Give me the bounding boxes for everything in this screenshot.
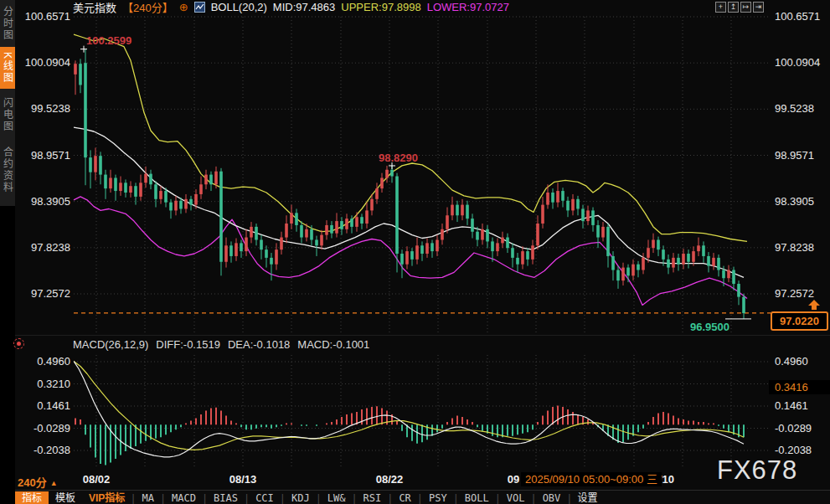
- toolbar-item-15[interactable]: OBV: [535, 491, 569, 504]
- price-axis-label-left: 97.8238: [20, 241, 70, 254]
- price-axis-label-left: 97.2572: [20, 287, 70, 300]
- macd-axis-label-right: 0.4960: [775, 355, 828, 368]
- toolbar-item-2[interactable]: 模板: [49, 491, 82, 504]
- period-label: 240分: [18, 476, 47, 489]
- chevron-up-icon: ▲: [50, 479, 58, 487]
- macd-axis-label-right: -0.2038: [775, 444, 828, 456]
- price-axis-label-right: 97.2572: [775, 287, 828, 300]
- high-price-annotation: 100.2599: [86, 34, 131, 47]
- macd-axis-label-left: 0.4960: [20, 355, 70, 368]
- price-axis-label-right: 100.0904: [775, 56, 828, 69]
- indicator-name: BOLL(20,2): [211, 1, 267, 13]
- sidebar-tab-2[interactable]: K线图: [0, 47, 15, 89]
- swing-high-annotation: 98.8290: [379, 152, 418, 164]
- toolbar-item-13[interactable]: BOLL: [457, 491, 497, 504]
- macd-axis-label-left: 0.3210: [20, 378, 70, 390]
- price-axis-label-right: 97.8238: [775, 241, 828, 254]
- chart-tool-icons: +↥↦⇥: [715, 2, 764, 13]
- zoom-horizontal-icon[interactable]: ↦: [740, 2, 751, 13]
- price-axis-label-left: 99.5238: [20, 102, 70, 115]
- sidebar-tab-3[interactable]: 闪电图: [0, 92, 15, 137]
- low-price-annotation: 96.9500: [690, 321, 729, 333]
- chart-header: 美元指数 【240分】 ⊕ BOLL(20,2) MID:97.4863 UPP…: [73, 0, 509, 14]
- price-axis-label-left: 98.9571: [20, 149, 70, 162]
- price-axis-label-left: 100.0904: [20, 56, 70, 69]
- period-selector[interactable]: 240分▲: [18, 474, 58, 490]
- crosshair-time-tooltip: 2025/09/10 05:00~09:00 三: [521, 472, 662, 486]
- toolbar-item-4[interactable]: MA: [135, 491, 162, 504]
- target-dot-icon: [17, 342, 21, 346]
- macd-dea-value: DEA:-0.1018: [228, 338, 290, 351]
- toolbar-item-3[interactable]: VIP指标: [82, 491, 131, 504]
- price-axis-label-left: 100.6571: [20, 10, 70, 23]
- boll-upper-value: UPPER:97.8998: [341, 1, 420, 13]
- toolbar-item-8[interactable]: KDJ: [284, 491, 317, 504]
- boll-lower-value: LOWER:97.0727: [427, 1, 509, 13]
- macd-diff-value: DIFF:-0.1519: [156, 338, 220, 351]
- macd-value-badge: 0.3416: [769, 380, 830, 394]
- sidebar: 分时图K线图闪电图合约资料: [0, 0, 15, 504]
- macd-axis-label-left: -0.0289: [20, 422, 70, 435]
- macd-axis-label-left: -0.2038: [20, 444, 70, 456]
- indicator-toolbar: 指标模板VIP指标|MA|MACD|BIAS|CCI|KDJ|LW&|RSI|C…: [15, 490, 830, 504]
- toolbar-item-6[interactable]: BIAS: [206, 491, 245, 504]
- x-axis-label: 08/02: [71, 473, 121, 486]
- chart-type-icon[interactable]: [194, 2, 205, 13]
- macd-header: MACD(26,12,9) DIFF:-0.1519 DEA:-0.1018 M…: [73, 338, 369, 351]
- x-axis-label: 08/22: [364, 473, 415, 486]
- toolbar-item-16[interactable]: 设置: [570, 491, 604, 504]
- macd-axis-label-right: -0.0289: [775, 422, 828, 435]
- macd-axis-label-right: 0.1461: [775, 399, 828, 412]
- x-axis-label: 08/13: [218, 473, 268, 486]
- toolbar-item-9[interactable]: LW&: [320, 491, 353, 504]
- pan-icon[interactable]: +: [715, 2, 726, 13]
- toolbar-item-10[interactable]: RSI: [356, 491, 389, 504]
- chart-canvas[interactable]: [0, 0, 830, 504]
- boll-mid-value: MID:97.4863: [273, 1, 335, 13]
- toolbar-item-14[interactable]: VOL: [499, 491, 533, 504]
- macd-axis-label-left: 0.1461: [20, 399, 70, 412]
- last-price-box: 97.0220: [771, 311, 828, 331]
- add-indicator-icon[interactable]: ⊕: [179, 2, 188, 13]
- macd-title: MACD(26,12,9): [73, 338, 148, 351]
- price-axis-label-right: 99.5238: [775, 102, 828, 115]
- period-tag: 【240分】: [122, 0, 173, 15]
- toolbar-item-1[interactable]: 指标: [15, 491, 49, 504]
- price-axis-label-right: 98.9571: [775, 149, 828, 162]
- watermark: FX678: [717, 455, 797, 486]
- target-icon[interactable]: [13, 338, 24, 349]
- toolbar-item-12[interactable]: PSY: [421, 491, 455, 504]
- sidebar-tab-1[interactable]: 分时图: [0, 2, 15, 45]
- zoom-vertical-icon[interactable]: ↥: [728, 2, 739, 13]
- price-axis-label-right: 98.3905: [775, 195, 828, 208]
- toolbar-item-11[interactable]: CR: [391, 491, 418, 504]
- macd-macd-value: MACD:-0.1001: [297, 338, 369, 351]
- price-axis-label-right: 100.6571: [775, 10, 828, 23]
- price-axis-label-left: 98.3905: [20, 195, 70, 208]
- symbol-title: 美元指数: [73, 0, 116, 15]
- toolbar-item-7[interactable]: CCI: [248, 491, 281, 504]
- sidebar-tab-4[interactable]: 合约资料: [0, 141, 15, 199]
- shift-right-icon[interactable]: ⇥: [753, 2, 764, 13]
- toolbar-item-5[interactable]: MACD: [164, 491, 204, 504]
- app-window: 分时图K线图闪电图合约资料 美元指数 【240分】 ⊕ BOLL(20,2) M…: [0, 0, 830, 504]
